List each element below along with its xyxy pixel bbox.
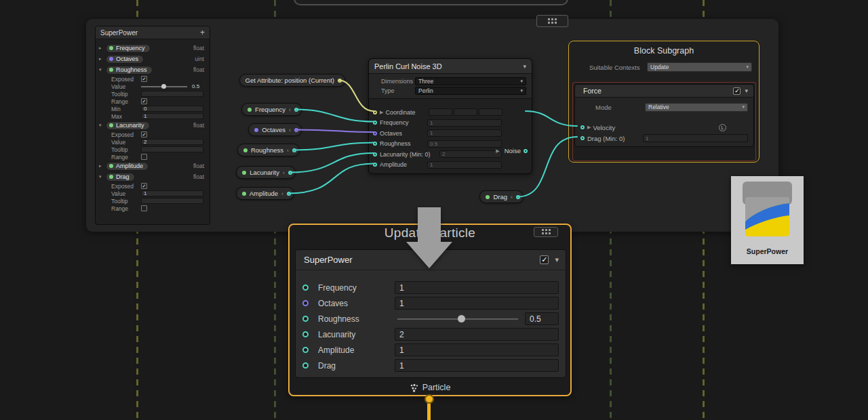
parameter-node-amplitude[interactable]: Amplitude ‹: [236, 187, 294, 200]
amplitude-port[interactable]: [302, 347, 309, 353]
amplitude-input[interactable]: 1: [395, 343, 559, 356]
exposed-checkbox[interactable]: ✓: [141, 76, 147, 82]
chevron-down-icon[interactable]: ▾: [523, 63, 526, 70]
collapse-icon[interactable]: ‹: [289, 127, 291, 133]
value-field[interactable]: 2: [141, 139, 203, 145]
octaves-input-port[interactable]: [373, 131, 377, 135]
amplitude-input-port[interactable]: [373, 163, 377, 167]
slider-track[interactable]: [397, 318, 518, 320]
lacunarity-input-port[interactable]: [373, 152, 377, 156]
value-slider[interactable]: [141, 86, 187, 87]
slider-knob[interactable]: [458, 315, 465, 322]
tooltip-field[interactable]: [141, 198, 203, 204]
force-block-header[interactable]: Force ✓ ▾: [575, 85, 753, 98]
exposed-checkbox[interactable]: ✓: [141, 131, 147, 138]
property-row-amplitude[interactable]: ▸ Amplitude float: [96, 161, 210, 171]
tooltip-field[interactable]: [141, 91, 203, 97]
frequency-input-port[interactable]: [373, 121, 377, 125]
roughness-input-port[interactable]: [373, 142, 377, 146]
add-property-button[interactable]: +: [200, 28, 205, 37]
flow-anchor[interactable]: [425, 394, 434, 404]
property-pill-lacunarity[interactable]: Lacunarity: [106, 121, 150, 130]
drag-port[interactable]: [302, 362, 309, 369]
coordinate-x-field[interactable]: [429, 108, 452, 116]
property-row-roughness[interactable]: ▾ Roughness float: [96, 64, 210, 75]
parameter-node-frequency[interactable]: Frequency ‹: [241, 103, 302, 116]
frequency-output-port[interactable]: [294, 108, 298, 112]
property-row-octaves[interactable]: ▸ Octaves uint: [96, 54, 210, 64]
coordinate-z-field[interactable]: [479, 108, 502, 116]
collapse-icon[interactable]: ‹: [281, 190, 283, 197]
octaves-output-port[interactable]: [294, 128, 298, 132]
dimensions-dropdown[interactable]: Three ▾: [415, 77, 526, 85]
octaves-input[interactable]: 1: [395, 297, 559, 310]
roughness-value-field[interactable]: 0.5: [427, 140, 502, 148]
slider-track[interactable]: [141, 86, 187, 87]
lacunarity-port[interactable]: [302, 331, 309, 337]
roughness-value-box[interactable]: 0.5: [525, 312, 559, 325]
parameter-node-drag[interactable]: Drag ‹: [479, 190, 524, 203]
roughness-output-port[interactable]: [292, 148, 296, 152]
collapse-icon[interactable]: ‹: [511, 194, 513, 201]
amplitude-value-field[interactable]: 1: [427, 161, 502, 169]
frequency-port[interactable]: [302, 285, 309, 291]
parameter-node-octaves[interactable]: Octaves ‹: [248, 123, 302, 136]
property-pill-frequency[interactable]: Frequency: [106, 44, 151, 53]
drag-input[interactable]: 1: [395, 359, 559, 372]
drag-output-port[interactable]: [516, 195, 520, 199]
space-local-badge[interactable]: L: [719, 124, 726, 131]
expand-arrow-icon[interactable]: ▶: [587, 125, 591, 130]
chevron-down-icon[interactable]: ▾: [99, 67, 106, 72]
range-checkbox[interactable]: ✓: [141, 98, 147, 104]
drag-value-field[interactable]: 1: [643, 134, 748, 142]
chevron-down-icon[interactable]: ▾: [99, 123, 106, 128]
min-field[interactable]: 0: [141, 106, 203, 112]
property-row-drag[interactable]: ▾ Drag float: [96, 171, 210, 182]
context-debug-toggle[interactable]: [534, 227, 558, 237]
node-header[interactable]: Perlin Curl Noise 3D ▾: [369, 59, 532, 74]
collapse-icon[interactable]: ‹: [283, 169, 285, 176]
exposed-checkbox[interactable]: ✓: [141, 183, 147, 189]
chevron-right-icon[interactable]: ▸: [99, 56, 106, 62]
perlin-curl-noise-node[interactable]: Perlin Curl Noise 3D ▾ Dimensions Three …: [368, 58, 532, 174]
block-enable-checkbox[interactable]: ✓: [733, 87, 741, 95]
collapse-icon[interactable]: ‹: [287, 147, 289, 154]
roughness-port[interactable]: [302, 316, 309, 322]
get-attribute-node[interactable]: Get Attribute: position (Current): [239, 74, 345, 87]
suitable-contexts-dropdown[interactable]: Update ▾: [647, 62, 752, 72]
property-row-frequency[interactable]: ▸ Frequency float: [96, 43, 210, 54]
roughness-slider[interactable]: 0.5: [395, 312, 559, 325]
tooltip-field[interactable]: [141, 146, 203, 152]
chevron-right-icon[interactable]: ▸: [99, 163, 106, 169]
property-row-lacunarity[interactable]: ▾ Lacunarity float: [96, 120, 210, 131]
velocity-input-port[interactable]: [580, 125, 585, 129]
max-field[interactable]: 1: [141, 113, 203, 119]
slider-knob[interactable]: [161, 84, 166, 89]
value-field[interactable]: 1: [141, 190, 203, 196]
octaves-port[interactable]: [302, 300, 309, 306]
chevron-down-icon[interactable]: ▾: [745, 87, 748, 94]
coordinate-input-port[interactable]: [373, 110, 377, 114]
property-pill-roughness[interactable]: Roughness: [106, 66, 153, 75]
chevron-down-icon[interactable]: ▾: [99, 174, 106, 180]
frequency-input[interactable]: 1: [395, 281, 559, 294]
noise-output-port[interactable]: [524, 149, 528, 153]
octaves-value-field[interactable]: 1: [427, 129, 502, 137]
block-enable-checkbox[interactable]: ✓: [540, 255, 549, 264]
coordinate-y-field[interactable]: [454, 108, 477, 116]
mode-dropdown[interactable]: Relative ▾: [645, 103, 748, 112]
lacunarity-input[interactable]: 2: [395, 328, 559, 341]
force-block[interactable]: Force ✓ ▾ Mode Relative ▾ ▶ V: [574, 84, 754, 147]
property-pill-drag[interactable]: Drag: [106, 173, 135, 182]
property-pill-amplitude[interactable]: Amplitude: [106, 162, 149, 171]
range-checkbox[interactable]: [141, 154, 147, 160]
background-context-cutoff[interactable]: [294, 0, 568, 5]
chevron-down-icon[interactable]: ▾: [555, 255, 559, 264]
chevron-right-icon[interactable]: ▸: [99, 45, 106, 51]
parameter-node-lacunarity[interactable]: Lacunarity ‹: [236, 166, 296, 179]
collapse-icon[interactable]: ‹: [289, 106, 291, 113]
amplitude-output-port[interactable]: [287, 192, 291, 196]
expand-arrow-icon[interactable]: ▶: [380, 110, 383, 115]
lacunarity-value-field[interactable]: 2: [439, 150, 502, 158]
context-debug-toggle[interactable]: [536, 15, 568, 27]
